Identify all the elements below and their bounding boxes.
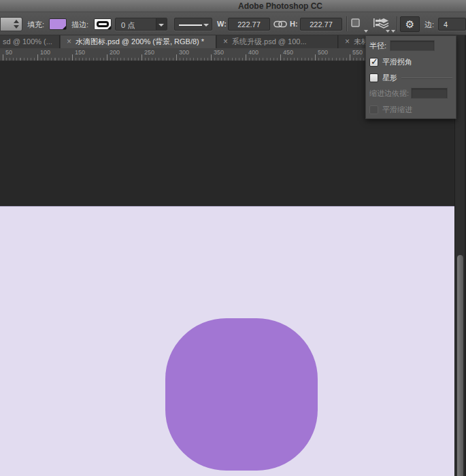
chevron-down-icon (203, 24, 209, 27)
radius-label: 半径: (369, 41, 386, 51)
height-label: H: (290, 20, 298, 28)
stepper-arrows-icon[interactable] (14, 20, 20, 29)
star-label: 星形 (382, 73, 397, 83)
path-operations-button[interactable] (350, 18, 367, 31)
star-checkbox[interactable] (369, 73, 378, 82)
stroke-label: 描边: (71, 20, 88, 30)
separator (397, 16, 397, 31)
window-title: Adobe Photoshop CC (238, 1, 322, 11)
ruler-number: 450 (283, 49, 293, 56)
polygon-options-panel: 半径: ✓ 平滑拐角 星形 缩进边依据: 平滑缩进 (365, 35, 456, 119)
chevron-down-icon (364, 30, 368, 33)
ruler-number: 350 (214, 49, 224, 56)
fill-label: 填充: (27, 20, 44, 30)
path-operations-icon (350, 18, 361, 29)
sides-input[interactable] (438, 18, 466, 31)
smooth-corners-label: 平滑拐角 (382, 57, 412, 67)
ruler-number: 300 (179, 49, 189, 56)
close-icon[interactable]: × (345, 37, 350, 46)
ruler-number: 500 (318, 49, 328, 56)
tab-document-3[interactable]: ×系统升级.psd @ 100... (217, 35, 338, 48)
ruler-number: 100 (40, 49, 50, 56)
title-bar: Adobe Photoshop CC (0, 0, 466, 12)
close-icon[interactable]: × (67, 37, 71, 46)
options-bar: 填充: 描边: 0 点 W: H: (0, 12, 466, 35)
width-label: W: (217, 20, 227, 28)
gear-icon: ⚙ (405, 18, 414, 30)
stroke-width-value: 0 点 (121, 20, 135, 31)
canvas[interactable] (0, 206, 454, 476)
smooth-indents-checkbox (369, 105, 378, 114)
ruler-number: 250 (144, 49, 154, 56)
stroke-style-preview-icon (179, 24, 202, 26)
dropdown-button[interactable] (156, 18, 167, 30)
swatch-dropdown-icon (107, 26, 111, 29)
link-dimensions-icon[interactable] (273, 20, 287, 28)
ruler-number: 400 (248, 49, 259, 56)
separator (346, 16, 347, 31)
smooth-indents-label: 平滑缩进 (382, 105, 412, 115)
radius-input[interactable] (390, 40, 435, 51)
chevron-down-icon (391, 30, 395, 33)
height-input[interactable] (300, 18, 342, 31)
ruler-number: 200 (110, 49, 120, 56)
tab-label: sd @ 100% (... (3, 35, 52, 48)
ruler-number: 50 (5, 49, 12, 56)
width-input[interactable] (228, 18, 270, 31)
indent-sides-input (411, 88, 448, 99)
polygon-shape[interactable] (165, 318, 318, 471)
gear-settings-button[interactable]: ⚙ (400, 16, 420, 32)
path-arrange-button[interactable] (378, 18, 394, 31)
tab-document-1[interactable]: sd @ 100% (... (0, 35, 60, 48)
sides-label: 边: (425, 20, 434, 30)
indent-sides-label: 缩进边依据: (369, 88, 409, 99)
photoshop-window: Adobe Photoshop CC 填充: 描边: 0 点 W: (0, 0, 466, 476)
stroke-style-dropdown[interactable] (174, 18, 212, 31)
path-arrange-icon (378, 18, 390, 29)
divider (401, 78, 452, 78)
stroke-swatch[interactable] (94, 18, 112, 30)
tool-mode-select[interactable] (0, 17, 22, 31)
swatch-dropdown-icon (63, 26, 66, 29)
stroke-width-dropdown[interactable]: 0 点 (115, 18, 167, 31)
smooth-corners-checkbox[interactable]: ✓ (369, 58, 378, 67)
chevron-down-icon (159, 24, 164, 27)
tab-document-2-active[interactable]: ×水滴图标.psd @ 200% (背景, RGB/8) * (61, 35, 216, 48)
check-icon: ✓ (371, 56, 378, 67)
ruler-number: 150 (75, 49, 85, 56)
tab-label: 水滴图标.psd @ 200% (背景, RGB/8) * (76, 35, 204, 48)
tab-label: 系统升级.psd @ 100... (232, 35, 307, 48)
fill-swatch[interactable] (49, 18, 67, 30)
scrollbar-thumb[interactable] (457, 255, 463, 476)
close-icon[interactable]: × (223, 37, 228, 46)
ruler-number: 550 (352, 49, 363, 56)
